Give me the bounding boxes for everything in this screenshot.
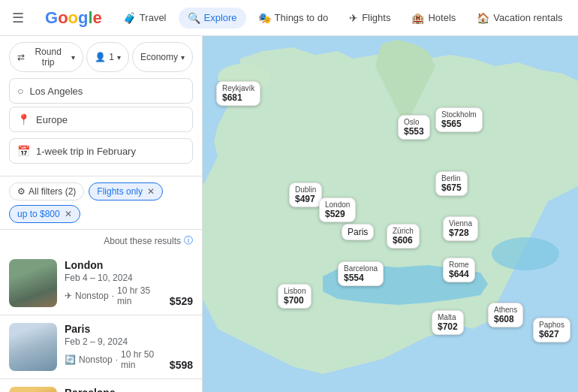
paris-price: $598 [170, 359, 193, 371]
all-filters-label: All filters (2) [29, 186, 76, 197]
things-icon: 🎭 [258, 12, 271, 24]
filters-row: ⚙ All filters (2) Flights only ✕ up to $… [0, 176, 202, 230]
paris-info: Paris Feb 2 – 9, 2024 🔄 Nonstop · 10 hr … [65, 323, 162, 371]
round-trip-label: Round trip [28, 47, 68, 68]
class-label: Economy [140, 52, 178, 62]
map-label-rome[interactable]: Rome$644 [443, 258, 475, 282]
map-label-oslo[interactable]: Oslo$553 [398, 115, 430, 140]
header: ☰ Google 🧳 Travel 🔍 Explore 🎭 Things to … [0, 0, 578, 36]
london-flight: ✈ Nonstop · 10 hr 35 min [65, 285, 162, 306]
info-icon[interactable]: ⓘ [184, 234, 193, 247]
trip-controls-area: ⇄ Round trip ▾ 👤 1 ▾ Economy ▾ ○ Los Ang [0, 36, 202, 176]
trip-type-row: ⇄ Round trip ▾ 👤 1 ▾ Economy ▾ [9, 42, 193, 72]
origin-icon: ○ [17, 85, 23, 97]
nav-tab-flights-label: Flights [362, 12, 390, 23]
nav-tab-explore[interactable]: 🔍 Explore [179, 8, 246, 29]
flights-only-chip[interactable]: Flights only ✕ [89, 182, 163, 201]
budget-chip[interactable]: up to $800 ✕ [9, 205, 80, 223]
class-button[interactable]: Economy ▾ [132, 42, 193, 72]
nav-tab-vacation-label: Vacation rentals [493, 12, 562, 23]
passengers-arrow: ▾ [117, 53, 121, 62]
filters-icon: ⚙ [17, 186, 26, 197]
nav-tab-vacation-rentals[interactable]: 🏠 Vacation rentals [468, 8, 571, 29]
map-label-reykjavik[interactable]: Reykjavík$681 [216, 81, 260, 106]
map-label-zurich[interactable]: Zürich$606 [387, 224, 420, 249]
date-input[interactable]: 📅 1-week trip in February [9, 138, 193, 164]
map-label-berlin[interactable]: Berlin$675 [435, 171, 468, 196]
nav-tab-explore-label: Explore [204, 12, 237, 23]
map-area[interactable]: Reykjavík$681Oslo$553Stockholm$565Dublin… [203, 36, 578, 392]
passengers-icon: 👤 [95, 52, 106, 62]
london-duration: 10 hr 35 min [117, 285, 162, 306]
london-thumbnail [9, 259, 57, 307]
map-label-barcelona[interactable]: Barcelona$554 [338, 261, 384, 286]
map-labels-container: Reykjavík$681Oslo$553Stockholm$565Dublin… [203, 36, 578, 392]
origin-input[interactable]: ○ Los Angeles [9, 78, 193, 104]
paris-flight: 🔄 Nonstop · 10 hr 50 min [65, 349, 162, 370]
about-results: About these results ⓘ [0, 230, 202, 252]
barcelona-info: Barcelona Feb 1 – 8, 2024 🌶 Nonstop · 11… [65, 387, 162, 392]
map-label-athens[interactable]: Athens$608 [488, 303, 523, 327]
map-label-lisbon[interactable]: Lisbon$700 [278, 284, 312, 309]
barcelona-thumbnail [9, 387, 57, 392]
paris-dates: Feb 2 – 9, 2024 [65, 336, 162, 347]
passengers-label: 1 [109, 52, 114, 62]
nav-tab-hotels-label: Hotels [428, 12, 456, 23]
barcelona-city: Barcelona [65, 387, 162, 392]
map-label-london[interactable]: London$529 [319, 198, 356, 222]
london-city: London [65, 259, 162, 271]
google-logo: Google [45, 8, 102, 28]
vacation-icon: 🏠 [477, 12, 489, 24]
map-label-dublin[interactable]: Dublin$497 [289, 182, 322, 207]
flights-only-close[interactable]: ✕ [147, 186, 155, 197]
hotels-icon: 🏨 [411, 12, 424, 24]
main-layout: ⇄ Round trip ▾ 👤 1 ▾ Economy ▾ ○ Los Ang [0, 36, 578, 392]
all-filters-chip[interactable]: ⚙ All filters (2) [9, 182, 84, 201]
flights-only-label: Flights only [97, 186, 143, 197]
map-label-malta[interactable]: Malta$702 [432, 310, 464, 335]
round-trip-button[interactable]: ⇄ Round trip ▾ [9, 42, 83, 72]
flights-icon: ✈ [349, 12, 358, 24]
nav-tab-things-label: Things to do [275, 12, 329, 23]
suitcase-icon: 🧳 [123, 12, 136, 24]
nav-tabs: 🧳 Travel 🔍 Explore 🎭 Things to do ✈ Flig… [114, 8, 572, 29]
destination-input[interactable]: 📍 Europe [9, 107, 193, 132]
date-value: 1-week trip in February [36, 146, 136, 157]
map-label-stockholm[interactable]: Stockholm$565 [435, 107, 483, 132]
class-arrow: ▾ [181, 53, 185, 62]
paris-duration: 10 hr 50 min [121, 349, 162, 370]
map-label-vienna[interactable]: Vienna$728 [443, 216, 478, 241]
results-list: London Feb 4 – 10, 2024 ✈ Nonstop · 10 h… [0, 252, 202, 392]
london-price: $529 [170, 295, 193, 307]
round-trip-arrow: ▾ [71, 53, 75, 62]
map-label-paphos[interactable]: Paphos$627 [533, 318, 570, 342]
london-flight-icon: ✈ [65, 291, 72, 301]
nav-tab-things-to-do[interactable]: 🎭 Things to do [249, 8, 338, 29]
map-label-paris[interactable]: Paris [342, 224, 374, 240]
about-results-text: About these results [104, 236, 181, 246]
result-card-barcelona[interactable]: Barcelona Feb 1 – 8, 2024 🌶 Nonstop · 11… [0, 379, 202, 392]
explore-icon: 🔍 [188, 12, 200, 24]
destination-value: Europe [36, 114, 68, 125]
round-trip-icon: ⇄ [17, 52, 25, 62]
calendar-icon: 📅 [17, 145, 30, 157]
paris-city: Paris [65, 323, 162, 335]
result-card-paris[interactable]: Paris Feb 2 – 9, 2024 🔄 Nonstop · 10 hr … [0, 315, 202, 379]
destination-icon: 📍 [17, 113, 30, 125]
paris-flight-icon: 🔄 [65, 354, 76, 365]
budget-close[interactable]: ✕ [65, 209, 72, 219]
location-inputs: ○ Los Angeles 📍 Europe [9, 78, 193, 132]
nav-tab-hotels[interactable]: 🏨 Hotels [402, 8, 465, 29]
origin-value: Los Angeles [29, 86, 83, 97]
hamburger-icon[interactable]: ☰ [9, 7, 27, 29]
london-info: London Feb 4 – 10, 2024 ✈ Nonstop · 10 h… [65, 259, 162, 307]
budget-label: up to $800 [17, 209, 60, 219]
nav-tab-travel[interactable]: 🧳 Travel [114, 8, 176, 29]
paris-thumbnail [9, 323, 57, 371]
nav-tab-flights[interactable]: ✈ Flights [340, 8, 399, 29]
left-panel: ⇄ Round trip ▾ 👤 1 ▾ Economy ▾ ○ Los Ang [0, 36, 203, 392]
passengers-button[interactable]: 👤 1 ▾ [86, 42, 129, 72]
result-card-london[interactable]: London Feb 4 – 10, 2024 ✈ Nonstop · 10 h… [0, 252, 202, 315]
london-nonstop: Nonstop [75, 291, 109, 301]
london-dates: Feb 4 – 10, 2024 [65, 273, 162, 283]
